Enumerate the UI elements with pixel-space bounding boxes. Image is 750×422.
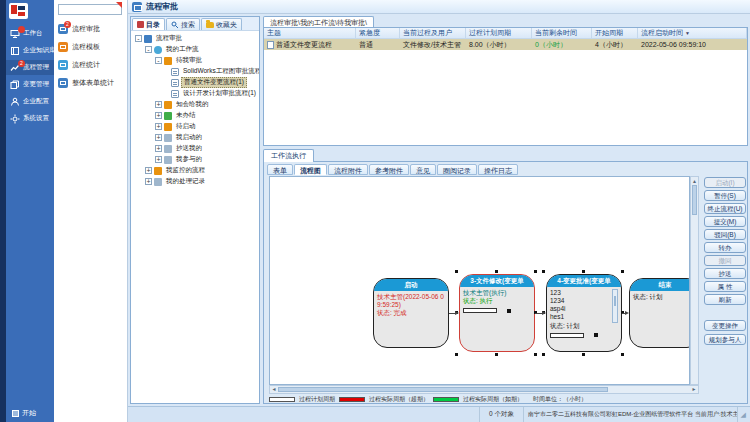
properties-button[interactable]: 属 性 [704, 281, 746, 292]
selection-handle[interactable] [621, 353, 624, 356]
expander-icon[interactable]: - [135, 35, 142, 42]
col-subject[interactable]: 主题 [264, 28, 356, 38]
tree-tabs: 目录 搜索 收藏夹 [131, 17, 259, 31]
selection-handle[interactable] [534, 353, 537, 356]
sidebar-item-process-mgmt[interactable]: 2 流程管理 [6, 60, 54, 75]
object-count: 0 个对象 [480, 407, 524, 422]
sidebar-item-enterprise-config[interactable]: 企业配置 [6, 94, 54, 109]
selection-handle[interactable] [455, 353, 458, 356]
tab-process-attachments[interactable]: 流程附件 [328, 164, 368, 175]
expander-icon[interactable]: + [155, 145, 162, 152]
selection-handle[interactable] [621, 270, 624, 273]
start-button[interactable]: 开始 [12, 408, 36, 418]
change-operation-button[interactable]: 变更操作 [704, 320, 746, 331]
list-scrollbar[interactable] [612, 289, 618, 323]
tree-item-pending-approval[interactable]: - 待我审批 [133, 55, 259, 66]
subnav-item-process-approval[interactable]: 2 流程审批 [56, 22, 126, 36]
expander-icon[interactable]: + [155, 134, 162, 141]
selection-handle[interactable] [495, 270, 498, 273]
expander-icon[interactable]: + [145, 178, 152, 185]
scroll-up-icon[interactable]: ▲ [692, 178, 697, 184]
tree-item-notified-to-me[interactable]: + 知会给我的 [133, 99, 259, 110]
subnav-item-process-template[interactable]: 流程模板 [56, 40, 126, 54]
tree-item-root[interactable]: - 流程审批 [133, 33, 259, 44]
cc-button[interactable]: 抄送 [704, 268, 746, 279]
scroll-left-icon[interactable]: ◄ [270, 386, 278, 393]
selection-handle[interactable] [455, 270, 458, 273]
tab-operation-log[interactable]: 操作日志 [478, 164, 518, 175]
submit-button[interactable]: 提交(M) [704, 216, 746, 227]
selection-handle[interactable] [534, 270, 537, 273]
tab-reference-attachments[interactable]: 参考附件 [369, 164, 409, 175]
node-end[interactable]: 结束 状态: 计划 [629, 278, 690, 348]
tab-search[interactable]: 搜索 [166, 18, 200, 30]
horizontal-scrollbar[interactable]: ◄ ► [269, 385, 699, 394]
resize-grip-icon[interactable]: ◢ [738, 407, 750, 422]
tab-form[interactable]: 表单 [267, 164, 293, 175]
transfer-button[interactable]: 转办 [704, 242, 746, 253]
selection-handle[interactable] [495, 353, 498, 356]
selection-handle[interactable] [542, 270, 545, 273]
tree-item-file-change-process[interactable]: 普通文件变更流程(1) [133, 77, 259, 88]
reject-button[interactable]: 驳回(B) [704, 229, 746, 240]
refresh-button[interactable]: 刷新 [704, 294, 746, 305]
expander-icon[interactable]: + [155, 112, 162, 119]
sidebar-item-system-settings[interactable]: 系统设置 [6, 111, 54, 126]
expander-icon[interactable]: + [155, 156, 162, 163]
tree-item-to-start[interactable]: + 待启动 [133, 121, 259, 132]
tab-favorites[interactable]: 收藏夹 [201, 18, 242, 30]
tab-directory[interactable]: 目录 [132, 18, 165, 30]
tree-item-cc-to-me[interactable]: + 抄送我的 [133, 143, 259, 154]
workflow-tabs: 表单 流程图 流程附件 参考附件 意见 圈阅记录 操作日志 [267, 164, 518, 175]
col-urgency[interactable]: 紧急度 [356, 28, 400, 38]
col-plan-period[interactable]: 过程计划周期 [466, 28, 532, 38]
pause-button[interactable]: 暂停(S) [704, 190, 746, 201]
terminate-process-button[interactable]: 终止流程(U) [704, 203, 746, 214]
node-user-list[interactable]: 123 1234 asp4i hes1 [550, 289, 618, 322]
tab-review-records[interactable]: 圈阅记录 [437, 164, 477, 175]
scroll-right-icon[interactable]: ► [690, 386, 698, 393]
tree-item-participated[interactable]: + 我参与的 [133, 154, 259, 165]
tree-item-started-by-me[interactable]: + 我启动的 [133, 132, 259, 143]
expander-icon[interactable]: + [155, 123, 162, 130]
scrollbar-thumb[interactable] [692, 185, 697, 215]
plan-participants-button[interactable]: 规划参与人 [704, 334, 746, 345]
search-input[interactable] [58, 4, 122, 15]
scrollbar-thumb[interactable] [278, 387, 608, 392]
expander-icon[interactable]: + [155, 101, 162, 108]
workflow-execution-tab[interactable]: 工作流执行 [263, 149, 314, 162]
tree-item-design-plan-process[interactable]: 设计开发计划审批流程(1) [133, 88, 259, 99]
vertical-scrollbar[interactable]: ▲ [690, 176, 699, 385]
col-start-time[interactable]: 流程启动时间 ▼ [638, 28, 747, 38]
sort-desc-icon[interactable]: ▼ [685, 30, 690, 36]
tree-item-unfinished[interactable]: + 未办结 [133, 110, 259, 121]
sidebar-item-workbench[interactable]: 工作台 [6, 26, 54, 41]
table-row[interactable]: 普通文件变更流程 普通 文件修改/技术主管 8.00（小时） 0（小时） 4（小… [264, 39, 747, 50]
node-start[interactable]: 启动 技术主管(2022-05-06 09:59:25) 状态: 完成 [373, 278, 449, 348]
tree-item-my-workflows[interactable]: - 我的工作流 [133, 44, 259, 55]
selection-handle[interactable] [582, 353, 585, 356]
tree-item-my-records[interactable]: + 我的处理记录 [133, 176, 259, 187]
col-remaining[interactable]: 当前剩余时间 [532, 28, 592, 38]
selection-handle[interactable] [542, 353, 545, 356]
tab-flowchart[interactable]: 流程图 [294, 164, 327, 175]
tree-item-label: 普通文件变更流程(1) [181, 77, 247, 88]
node-file-change[interactable]: 3-文件修改(变更单 技术主管(执行) 状态: 执行 [459, 274, 535, 352]
node-change-approval[interactable]: 4-变更批准(变更单 123 1234 asp4i hes1 状态: 计划 [546, 274, 622, 352]
tree-item-label: 我的工作流 [164, 45, 201, 54]
cc-folder-icon [164, 145, 172, 153]
tab-comments[interactable]: 意见 [410, 164, 436, 175]
expander-icon[interactable]: - [145, 46, 152, 53]
expander-icon[interactable]: + [145, 167, 152, 174]
expander-icon[interactable]: - [155, 57, 162, 64]
sidebar-item-change-mgmt[interactable]: 变更管理 [6, 77, 54, 92]
tree-item-solidworks-process[interactable]: SolidWorks工程图审批流程(1) [133, 66, 259, 77]
flowchart-canvas[interactable]: 启动 技术主管(2022-05-06 09:59:25) 状态: 完成 3-文件… [269, 176, 690, 385]
selection-handle[interactable] [582, 270, 585, 273]
col-start-cycle[interactable]: 开始周期 [592, 28, 638, 38]
tree-item-monitored-processes[interactable]: + 我监控的流程 [133, 165, 259, 176]
subnav-item-form-stats[interactable]: 整体表单统计 [56, 76, 126, 90]
col-current-process[interactable]: 当前过程及用户 [400, 28, 466, 38]
sidebar-item-knowledge[interactable]: 企业知识库 [6, 43, 54, 58]
subnav-item-process-stats[interactable]: 流程统计 [56, 58, 126, 72]
